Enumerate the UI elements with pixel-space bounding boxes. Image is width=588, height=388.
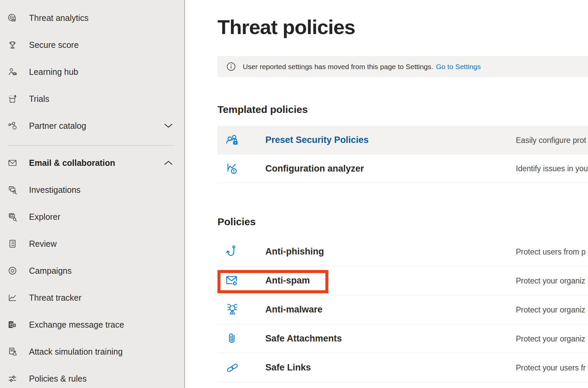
sidebar-item-label: Email & collaboration xyxy=(29,158,115,168)
sidebar-divider xyxy=(7,145,175,146)
sidebar-item-policies-rules[interactable]: Policies & rules xyxy=(0,365,185,388)
preset-security-icon xyxy=(225,133,240,148)
row-safe-links[interactable]: Safe Links Protect your users fr xyxy=(217,353,588,382)
row-description: Protect your organiz xyxy=(516,276,585,285)
anti-malware-icon xyxy=(225,302,240,317)
review-icon xyxy=(7,239,18,249)
go-to-settings-link[interactable]: Go to Settings xyxy=(436,63,481,71)
sidebar-item-label: Exchange message trace xyxy=(29,320,124,330)
row-label: Anti-malware xyxy=(265,304,323,315)
configuration-analyzer-icon xyxy=(225,161,240,176)
sidebar-item-label: Attack simulation training xyxy=(29,347,123,357)
row-configuration-analyzer[interactable]: Configuration analyzer Identify issues i… xyxy=(217,154,588,183)
sidebar-item-label: Threat tracker xyxy=(29,293,82,303)
row-label: Anti-spam xyxy=(265,275,310,286)
policies-heading: Policies xyxy=(217,215,256,228)
sidebar-item-email-collaboration[interactable]: Email & collaboration xyxy=(0,149,185,176)
explorer-icon xyxy=(7,212,18,222)
sidebar-item-learning-hub[interactable]: Learning hub xyxy=(0,58,185,85)
chevron-up-icon xyxy=(164,160,173,166)
row-label: Safe Attachments xyxy=(265,333,342,344)
row-safe-attachments[interactable]: Safe Attachments Protect your organiz xyxy=(217,324,588,353)
row-label: Configuration analyzer xyxy=(265,163,364,174)
sidebar-item-investigations[interactable]: Investigations xyxy=(0,176,185,203)
learning-hub-icon xyxy=(7,67,18,77)
exchange-icon xyxy=(7,320,18,330)
sidebar-item-label: Learning hub xyxy=(29,67,78,77)
sidebar-item-threat-tracker[interactable]: Threat tracker xyxy=(0,284,185,311)
row-anti-phishing[interactable]: Anti-phishing Protect users from p xyxy=(217,237,588,266)
sidebar-item-campaigns[interactable]: Campaigns xyxy=(0,257,185,284)
sidebar-item-partner-catalog[interactable]: Partner catalog xyxy=(0,112,185,139)
sliders-icon xyxy=(7,374,18,384)
sidebar-item-secure-score[interactable]: Secure score xyxy=(0,31,185,58)
row-label: Safe Links xyxy=(265,362,311,373)
sidebar-item-threat-analytics[interactable]: Threat analytics xyxy=(0,4,185,31)
main-content: Threat policies User reported settings h… xyxy=(185,0,588,388)
row-description: Protect your organiz xyxy=(516,334,585,343)
row-description: Protect your users fr xyxy=(516,363,586,372)
row-description: Easily configure prot xyxy=(516,136,586,145)
row-description: Identify issues in you xyxy=(516,164,588,173)
paperclip-icon xyxy=(225,331,240,346)
sidebar-item-exchange-message-trace[interactable]: Exchange message trace xyxy=(0,311,185,338)
threat-tracker-icon xyxy=(7,293,18,303)
row-description: Protect your organiz xyxy=(516,305,585,314)
sidebar-item-label: Policies & rules xyxy=(29,374,87,384)
policies-list: Anti-phishing Protect users from p Anti-… xyxy=(217,237,588,382)
row-description: Protect users from p xyxy=(516,247,586,256)
campaigns-icon xyxy=(7,266,18,276)
envelope-icon xyxy=(7,158,18,168)
sidebar-item-label: Explorer xyxy=(29,212,60,222)
sidebar-item-label: Campaigns xyxy=(29,266,71,276)
sidebar-item-label: Trials xyxy=(29,94,49,104)
sidebar-item-label: Secure score xyxy=(29,40,79,50)
info-icon xyxy=(227,62,236,71)
threat-analytics-icon xyxy=(7,13,18,23)
sidebar-item-explorer[interactable]: Explorer xyxy=(0,203,185,230)
investigations-icon xyxy=(7,185,18,195)
trials-icon xyxy=(7,94,18,104)
trophy-icon xyxy=(7,40,18,50)
row-anti-malware[interactable]: Anti-malware Protect your organiz xyxy=(217,295,588,324)
chain-links-icon xyxy=(225,360,240,375)
partner-catalog-icon xyxy=(7,121,18,131)
sidebar-item-attack-simulation-training[interactable]: Attack simulation training xyxy=(0,338,185,365)
sidebar-nav: Threat analytics Secure score xyxy=(0,0,185,388)
sidebar-item-trials[interactable]: Trials xyxy=(0,85,185,112)
row-anti-spam[interactable]: Anti-spam Protect your organiz xyxy=(217,266,588,295)
page-title: Threat policies xyxy=(217,16,355,39)
attack-sim-icon xyxy=(7,347,18,357)
sidebar-item-label: Partner catalog xyxy=(29,121,86,131)
chevron-down-icon xyxy=(164,123,173,128)
templated-policies-list: Preset Security Policies Easily configur… xyxy=(217,126,588,183)
sidebar-item-label: Threat analytics xyxy=(29,13,88,23)
info-banner: User reported settings has moved from th… xyxy=(217,56,588,77)
row-preset-security-policies[interactable]: Preset Security Policies Easily configur… xyxy=(217,126,588,154)
sidebar-item-label: Review xyxy=(29,239,57,249)
sidebar-item-review[interactable]: Review xyxy=(0,230,185,257)
anti-phishing-icon xyxy=(225,244,240,259)
row-label: Anti-phishing xyxy=(265,246,324,257)
anti-spam-icon xyxy=(225,273,240,288)
banner-message: User reported settings has moved from th… xyxy=(243,63,433,71)
templated-policies-heading: Templated policies xyxy=(217,103,308,116)
sidebar-item-label: Investigations xyxy=(29,185,81,195)
sidebar-nav-list: Threat analytics Secure score xyxy=(0,0,185,388)
row-label: Preset Security Policies xyxy=(265,135,369,145)
